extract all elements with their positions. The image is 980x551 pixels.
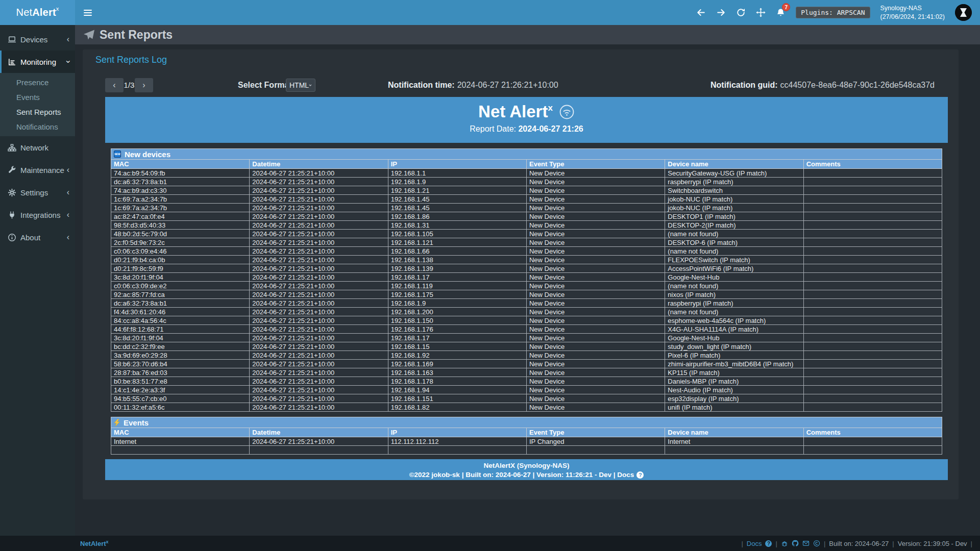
table-cell bbox=[111, 446, 250, 455]
radar-circle-icon bbox=[559, 104, 575, 120]
prev-page-button[interactable]: ‹ bbox=[105, 78, 124, 92]
table-cell: New Device bbox=[526, 212, 665, 221]
sidebar-toggle-button[interactable] bbox=[78, 0, 97, 25]
table-cell: 192.168.1.21 bbox=[388, 186, 526, 195]
mac-link[interactable]: f4:4d:30:61:20:46 bbox=[111, 308, 250, 316]
next-page-button[interactable]: › bbox=[135, 78, 153, 92]
mac-link[interactable]: 84:cc:a8:4a:56:4c bbox=[111, 316, 250, 325]
table-cell: 192.168.1.9 bbox=[388, 299, 526, 308]
mac-link[interactable]: 98:5f:d3:d5:40:33 bbox=[111, 221, 250, 230]
events-section-bar: Events bbox=[111, 417, 942, 428]
sent-reports-log-link[interactable]: Sent Reports Log bbox=[95, 55, 167, 65]
sidebar-item-maintenance[interactable]: Maintenance ‹ bbox=[0, 159, 75, 181]
arrow-right-icon[interactable] bbox=[716, 8, 726, 17]
mac-link[interactable]: 00:11:32:ef:a5:6c bbox=[111, 403, 250, 412]
table-cell bbox=[803, 169, 942, 178]
column-header: Comments bbox=[803, 428, 942, 437]
mac-link[interactable]: 3a:9d:69:e0:29:28 bbox=[111, 351, 250, 360]
table-cell: SecurityGateway-USG (IP match) bbox=[665, 169, 803, 178]
table-cell: DESKTOP1 (IP match) bbox=[665, 212, 803, 221]
plugins-status-badge: Plugins: ARPSCAN bbox=[796, 7, 870, 18]
table-cell: esphome-web-4a564c (IP match) bbox=[665, 316, 803, 325]
table-row bbox=[111, 446, 942, 455]
table-cell: FLEXPOESwitch (IP match) bbox=[665, 256, 803, 264]
table-cell: X4G-AU-SHA1114A (IP match) bbox=[665, 325, 803, 334]
mac-link[interactable]: 14:c1:4e:2e:a3:3f bbox=[111, 386, 250, 394]
table-row: 3a:9d:69:e0:29:282024-06-27 21:25:21+10:… bbox=[111, 351, 942, 360]
mac-link[interactable]: 28:87:ba:76:ed:03 bbox=[111, 368, 250, 377]
notifications-bell[interactable]: 7 bbox=[776, 8, 786, 17]
mac-link[interactable]: 2c:f0:5d:9e:73:2c bbox=[111, 238, 250, 247]
table-cell: DESKTOP-6 (IP match) bbox=[665, 238, 803, 247]
table-cell: New Device bbox=[526, 169, 665, 178]
mac-link[interactable]: 94:b5:55:c7:cb:e0 bbox=[111, 394, 250, 403]
mac-link[interactable]: b0:be:83:51:77:e8 bbox=[111, 377, 250, 386]
arrow-left-icon[interactable] bbox=[696, 8, 706, 17]
sidebar-item-presence[interactable]: Presence bbox=[0, 75, 75, 90]
mac-link[interactable]: d0:21:f9:8c:59:f9 bbox=[111, 264, 250, 273]
sidebar-item-sent-reports[interactable]: Sent Reports bbox=[0, 105, 75, 119]
mac-link[interactable]: 44:6f:f8:12:68:71 bbox=[111, 325, 250, 334]
mac-link[interactable]: ac:82:47:ca:0f:e4 bbox=[111, 212, 250, 221]
copyright-icon[interactable] bbox=[813, 540, 820, 547]
new-devices-table-head: MAC Datetime IP Event Type Device name C… bbox=[111, 160, 942, 169]
sidebar-item-settings[interactable]: Settings ‹ bbox=[0, 181, 75, 204]
help-question-icon[interactable]: ? bbox=[636, 471, 644, 479]
mac-link[interactable]: d0:21:f9:b4:ca:0b bbox=[111, 256, 250, 264]
mail-icon[interactable] bbox=[802, 540, 810, 547]
sidebar-item-about[interactable]: About ‹ bbox=[0, 226, 75, 248]
table-cell: 2024-06-27 21:25:21+10:00 bbox=[250, 351, 388, 360]
table-cell: Switchboardswitch bbox=[665, 186, 803, 195]
table-cell: 2024-06-27 21:25:21+10:00 bbox=[250, 325, 388, 334]
status-bar: NetAlertx | Docs ? | | Built on: 2024-06… bbox=[0, 536, 980, 551]
sidebar-item-notifications[interactable]: Notifications bbox=[0, 119, 75, 134]
docs-question-icon[interactable]: ? bbox=[765, 540, 772, 547]
sidebar-item-monitoring[interactable]: Monitoring › bbox=[0, 51, 75, 73]
refresh-icon[interactable] bbox=[736, 8, 746, 17]
table-cell: 2024-06-27 21:25:21+10:00 bbox=[250, 178, 388, 186]
user-avatar[interactable] bbox=[955, 4, 972, 21]
mac-link[interactable]: 74:ac:b9:54:09:fb bbox=[111, 169, 250, 178]
mac-link[interactable]: c0:06:c3:09:e4:46 bbox=[111, 247, 250, 256]
separator: | bbox=[824, 540, 825, 547]
table-cell: 2024-06-27 21:25:21+10:00 bbox=[250, 342, 388, 351]
sidebar-item-events[interactable]: Events bbox=[0, 90, 75, 105]
sidebar-item-network[interactable]: Network bbox=[0, 136, 75, 159]
table-cell: unifi (IP match) bbox=[665, 403, 803, 412]
sidebar-item-devices[interactable]: Devices ‹ bbox=[0, 28, 75, 51]
mac-link[interactable]: 92:ac:85:77:fd:ca bbox=[111, 290, 250, 299]
table-cell: New Device bbox=[526, 308, 665, 316]
move-icon[interactable] bbox=[756, 8, 766, 17]
mac-link[interactable]: 3c:8d:20:f1:9f:04 bbox=[111, 334, 250, 342]
mac-link[interactable]: 1c:69:7a:a2:34:7b bbox=[111, 195, 250, 204]
mac-link[interactable]: 58:b6:23:70:d6:b4 bbox=[111, 360, 250, 368]
report-date-value: 2024-06-27 21:26 bbox=[518, 124, 583, 133]
sidebar-item-integrations[interactable]: Integrations ‹ bbox=[0, 204, 75, 226]
sidebar-item-label: Settings bbox=[20, 188, 48, 197]
column-header: Device name bbox=[665, 428, 803, 437]
app-logo[interactable]: NetAlertx bbox=[0, 0, 75, 25]
mac-link[interactable]: dc:a6:32:73:8a:b1 bbox=[111, 299, 250, 308]
column-header: IP bbox=[388, 160, 526, 169]
mac-link[interactable]: dc:a6:32:73:8a:b1 bbox=[111, 178, 250, 186]
table-cell: 2024-06-27 21:25:21+10:00 bbox=[250, 394, 388, 403]
footer-brand-link[interactable]: NetAlertx bbox=[80, 539, 109, 547]
mac-link[interactable]: 1c:69:7a:a2:34:7b bbox=[111, 204, 250, 212]
github-icon[interactable] bbox=[792, 540, 799, 547]
sidebar-item-label: Maintenance bbox=[20, 166, 64, 174]
table-cell: 2024-06-27 21:25:21+10:00 bbox=[250, 290, 388, 299]
mac-link[interactable]: 74:ac:b9:ad:c3:30 bbox=[111, 186, 250, 195]
mac-link[interactable]: 48:b0:2d:5c:79:0d bbox=[111, 230, 250, 238]
table-cell: New Device bbox=[526, 342, 665, 351]
lightning-icon bbox=[114, 419, 120, 427]
table-cell: 192.168.1.175 bbox=[388, 290, 526, 299]
bug-icon[interactable] bbox=[781, 540, 788, 547]
mac-link[interactable]: bc:dd:c2:32:f9:ee bbox=[111, 342, 250, 351]
table-cell bbox=[803, 308, 942, 316]
docs-link[interactable]: Docs bbox=[747, 540, 762, 547]
mac-link[interactable]: 3c:8d:20:f1:9f:04 bbox=[111, 273, 250, 282]
table-row: 58:b6:23:70:d6:b42024-06-27 21:25:21+10:… bbox=[111, 360, 942, 368]
mac-link[interactable]: c0:06:c3:09:de:e2 bbox=[111, 282, 250, 290]
table-cell: New Device bbox=[526, 299, 665, 308]
format-select[interactable]: HTML bbox=[286, 79, 315, 92]
